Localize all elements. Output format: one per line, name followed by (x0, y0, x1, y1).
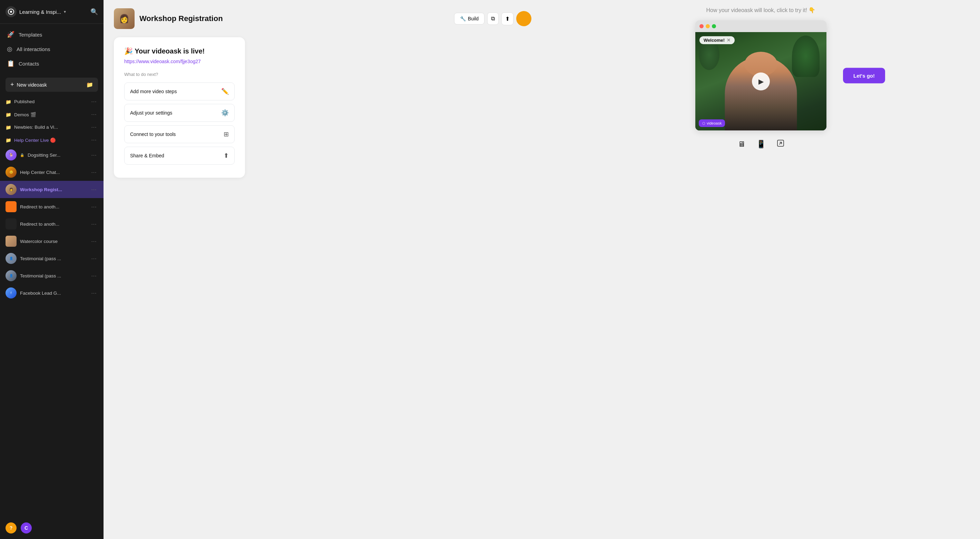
item-thumbnail (6, 201, 17, 212)
list-item-redirect-2[interactable]: Redirect to anoth... ⋯ (0, 215, 103, 232)
list-item-testimonial-2[interactable]: 👤 Testimonial (pass ... ⋯ (0, 267, 103, 285)
new-videoask-button[interactable]: + New videoask 📁 (6, 78, 98, 92)
folder-icon: 📁 (6, 124, 11, 130)
list-item-testimonial-1[interactable]: 👤 Testimonial (pass ... ⋯ (0, 250, 103, 267)
search-icon[interactable]: 🔍 (91, 8, 98, 16)
play-button[interactable]: ▶ (752, 73, 770, 91)
preview-controls: 🖥 📱 (736, 137, 786, 151)
mobile-preview-button[interactable]: 📱 (754, 138, 768, 151)
traffic-light-yellow (706, 24, 710, 28)
share-icon: ⬆ (505, 16, 510, 22)
content-area: 👩 Workshop Registration 🔧 Build ⧉ ⬆ (103, 0, 542, 539)
more-icon[interactable]: ⋯ (90, 186, 98, 193)
traffic-light-red (700, 24, 703, 28)
folder-help-center[interactable]: 📁 Help Center Live 🔴 ⋯ (0, 134, 103, 146)
folder-newbies[interactable]: 📁 Newbies: Build a Vi... ⋯ (0, 121, 103, 134)
list-item-redirect-1[interactable]: Redirect to anoth... ⋯ (0, 198, 103, 215)
list-item-watercolor[interactable]: Watercolor course ⋯ (0, 232, 103, 250)
edit-icon: ✏️ (221, 87, 229, 95)
more-icon[interactable]: ⋯ (90, 238, 98, 245)
templates-label: Templates (19, 32, 42, 38)
list-item-dogsitting[interactable]: 🐕 🔒 Dogsitting Ser... ⋯ (0, 146, 103, 164)
traffic-light-green (712, 24, 716, 28)
lets-go-button[interactable]: Let's go! (843, 68, 885, 83)
clone-icon: ⧉ (491, 16, 495, 22)
lock-icon: 🔒 (20, 153, 24, 157)
page-header: 👩 Workshop Registration 🔧 Build ⧉ ⬆ (114, 8, 531, 29)
item-thumbnail: 😊 (6, 167, 17, 178)
folder-demos-label: Demos 🎬 (14, 112, 87, 117)
more-icon[interactable]: ⋯ (90, 124, 98, 130)
rocket-icon: 🚀 (7, 31, 14, 38)
item-label-redirect2: Redirect to anoth... (20, 221, 86, 227)
more-icon[interactable]: ⋯ (90, 221, 98, 227)
preview-hint: How your videoask will look, click to tr… (706, 7, 816, 13)
sidebar-header: Learning & Inspi... ▾ 🔍 (0, 0, 103, 24)
desktop-preview-button[interactable]: 🖥 (736, 138, 748, 151)
folder-newbies-label: Newbies: Build a Vi... (14, 124, 87, 130)
close-icon[interactable]: ✕ (727, 38, 730, 43)
browser-bar (695, 21, 826, 32)
action-share-embed[interactable]: Share & Embed ⬆ (124, 147, 235, 165)
folder-published-label: Published (14, 99, 87, 104)
add-steps-label: Add more video steps (130, 89, 177, 94)
sidebar-list: 📁 Published ⋯ 📁 Demos 🎬 ⋯ 📁 Newbies: Bui… (0, 95, 103, 308)
item-label-help-chat: Help Center Chat... (20, 170, 86, 175)
more-icon[interactable]: ⋯ (90, 137, 98, 143)
external-preview-button[interactable] (775, 137, 786, 151)
list-item-workshop-regist[interactable]: 👩 Workshop Regist... ⋯ (0, 181, 103, 198)
live-card: 🎉 Your videoask is live! https://www.vid… (114, 37, 245, 178)
more-icon[interactable]: ⋯ (90, 111, 98, 118)
more-icon[interactable]: ⋯ (90, 99, 98, 105)
preview-container: ▶ Welcome! ✕ ⬡ videoask Let's go! (695, 21, 826, 130)
live-card-link[interactable]: https://www.videoask.com/fjje3og27 (124, 59, 235, 64)
clone-button[interactable]: ⧉ (487, 13, 499, 25)
more-icon[interactable]: ⋯ (90, 255, 98, 262)
list-item-help-center-chat[interactable]: 😊 Help Center Chat... ⋯ (0, 164, 103, 181)
more-icon[interactable]: ⋯ (90, 290, 98, 296)
sidebar-item-contacts[interactable]: 📋 Contacts (0, 56, 103, 71)
chevron-down-icon: ▾ (64, 9, 66, 14)
folder-icon: 📁 (6, 99, 11, 105)
action-connect-tools[interactable]: Connect to your tools ⊞ (124, 125, 235, 143)
video-area[interactable]: ▶ Welcome! ✕ ⬡ videoask (695, 32, 826, 130)
folder-demos[interactable]: 📁 Demos 🎬 ⋯ (0, 108, 103, 121)
live-card-subtitle: What to do next? (124, 72, 235, 77)
item-label-redirect1: Redirect to anoth... (20, 204, 86, 210)
browser-mockup: ▶ Welcome! ✕ ⬡ videoask (695, 21, 826, 130)
share-button[interactable]: ⬆ (501, 13, 514, 25)
share-embed-label: Share & Embed (130, 153, 164, 158)
preview-panel: How your videoask will look, click to tr… (542, 0, 980, 539)
item-label-testimonial2: Testimonial (pass ... (20, 273, 86, 278)
svg-point-1 (10, 11, 12, 13)
more-icon[interactable]: ⋯ (90, 204, 98, 210)
item-label-watercolor: Watercolor course (20, 239, 86, 244)
center-panel: 👩 Workshop Registration 🔧 Build ⧉ ⬆ (103, 0, 980, 539)
item-label-testimonial1: Testimonial (pass ... (20, 256, 86, 261)
folder-icon: 📁 (6, 112, 11, 117)
action-adjust-settings[interactable]: Adjust your settings ⚙️ (124, 104, 235, 122)
folder-published[interactable]: 📁 Published ⋯ (0, 95, 103, 108)
more-icon[interactable]: ⋯ (90, 152, 98, 158)
all-interactions-label: All interactions (17, 46, 50, 52)
build-button[interactable]: 🔧 Build (454, 13, 484, 24)
more-icon[interactable]: ⋯ (90, 273, 98, 279)
new-folder-icon[interactable]: 📁 (86, 81, 93, 88)
workspace-switcher[interactable]: Learning & Inspi... ▾ (6, 6, 66, 17)
sidebar-item-templates[interactable]: 🚀 Templates (0, 27, 103, 42)
list-item-facebook-lead[interactable]: f Facebook Lead G... ⋯ (0, 285, 103, 302)
action-add-steps[interactable]: Add more video steps ✏️ (124, 83, 235, 100)
contacts-icon: 📋 (7, 60, 14, 67)
help-button[interactable]: ? (6, 522, 17, 533)
user-avatar-button[interactable]: C (21, 522, 32, 533)
notification-circle[interactable] (516, 11, 531, 26)
main-content: 👩 Workshop Registration 🔧 Build ⧉ ⬆ (103, 0, 980, 539)
item-thumbnail: 👤 (6, 270, 17, 281)
powered-badge: ⬡ videoask (699, 119, 725, 127)
more-icon[interactable]: ⋯ (90, 169, 98, 176)
welcome-badge: Welcome! ✕ (700, 36, 735, 44)
item-label-facebook: Facebook Lead G... (20, 291, 86, 296)
sidebar-item-all-interactions[interactable]: ◎ All interactions (0, 42, 103, 56)
item-thumbnail (6, 218, 17, 229)
item-thumbnail: 🐕 (6, 149, 17, 161)
